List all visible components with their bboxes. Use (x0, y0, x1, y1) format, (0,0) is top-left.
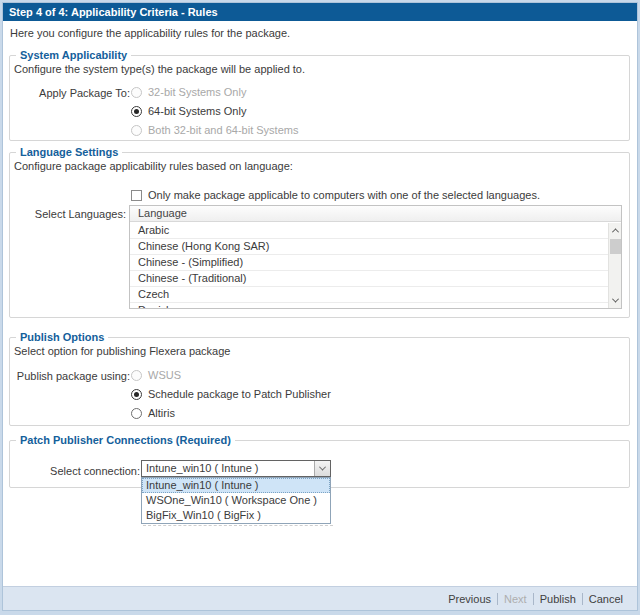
publish-options-legend: Publish Options (16, 331, 108, 344)
combobox-dropdown-button[interactable] (314, 461, 330, 476)
cancel-button[interactable]: Cancel (583, 593, 629, 605)
languages-listbox: Language Arabic Chinese (Hong Kong SAR) … (129, 205, 622, 309)
dialog-title-bar: Step 4 of 4: Applicability Criteria - Ru… (3, 3, 637, 21)
languages-scrollbar[interactable] (608, 223, 621, 308)
connection-combobox-value: Intune_win10 ( Intune ) (146, 461, 313, 476)
radio-patch-publisher[interactable] (131, 389, 142, 400)
previous-button[interactable]: Previous (442, 593, 497, 605)
radio-patch-publisher-row[interactable]: Schedule package to Patch Publisher (131, 388, 331, 400)
language-settings-legend: Language Settings (16, 146, 122, 159)
radio-both-row: Both 32-bit and 64-bit Systems (131, 124, 298, 136)
radio-wsus-label: WSUS (148, 369, 181, 381)
radio-altiris[interactable] (131, 408, 142, 419)
language-checkbox-row[interactable]: Only make package applicable to computer… (131, 189, 540, 201)
publish-options-group: Publish Options Select option for publis… (9, 337, 630, 426)
radio-64bit-row[interactable]: 64-bit Systems Only (131, 105, 298, 117)
language-row[interactable]: Chinese (Hong Kong SAR) (130, 239, 608, 255)
connection-combobox[interactable]: Intune_win10 ( Intune ) (141, 460, 331, 477)
publish-button[interactable]: Publish (534, 593, 582, 605)
system-applicability-legend: System Applicability (16, 49, 131, 62)
next-button: Next (498, 593, 533, 605)
radio-32bit-row: 32-bit Systems Only (131, 86, 298, 98)
language-column-header[interactable]: Language (130, 206, 621, 222)
system-applicability-description: Configure the system type(s) the package… (14, 63, 305, 75)
dropdown-shadow (143, 525, 333, 526)
scrollbar-thumb[interactable] (610, 239, 621, 254)
footer-bar: Previous Next Publish Cancel (3, 586, 637, 610)
dialog-title: Step 4 of 4: Applicability Criteria - Ru… (9, 6, 218, 18)
apply-package-to-radio-group: 32-bit Systems Only 64-bit Systems Only … (131, 86, 298, 136)
radio-altiris-label: Altiris (148, 407, 175, 419)
language-list: Arabic Chinese (Hong Kong SAR) Chinese -… (130, 223, 608, 308)
system-applicability-group: System Applicability Configure the syste… (9, 55, 630, 141)
connection-dropdown-list: Intune_win10 ( Intune ) WSOne_Win10 ( Wo… (141, 477, 331, 524)
radio-32bit-label: 32-bit Systems Only (148, 86, 246, 98)
radio-both (131, 125, 142, 136)
patch-publisher-legend: Patch Publisher Connections (Required) (16, 434, 235, 447)
chevron-up-icon (612, 228, 619, 235)
language-row[interactable]: Chinese - (Simplified) (130, 255, 608, 271)
only-selected-languages-label: Only make package applicable to computer… (148, 189, 540, 201)
scroll-up-button[interactable] (609, 224, 622, 237)
wizard-dialog-page: Step 4 of 4: Applicability Criteria - Ru… (0, 0, 640, 615)
scroll-down-button[interactable] (609, 294, 622, 307)
language-row[interactable]: Danish (130, 303, 608, 308)
intro-text: Here you configure the applicability rul… (10, 27, 290, 39)
dropdown-item-intune[interactable]: Intune_win10 ( Intune ) (142, 478, 330, 493)
apply-package-to-label: Apply Package To: (14, 87, 130, 99)
chevron-down-icon (319, 464, 326, 471)
publish-using-radio-group: WSUS Schedule package to Patch Publisher… (131, 369, 331, 419)
language-row[interactable]: Arabic (130, 223, 608, 239)
radio-64bit-label: 64-bit Systems Only (148, 105, 246, 117)
language-settings-group: Language Settings Configure package appl… (9, 152, 630, 318)
publish-options-description: Select option for publishing Flexera pac… (14, 345, 230, 357)
dropdown-item-bigfix[interactable]: BigFix_Win10 ( BigFix ) (142, 508, 330, 523)
language-settings-description: Configure package applicability rules ba… (14, 160, 293, 172)
publish-package-using-label: Publish package using: (14, 370, 130, 382)
radio-wsus-row: WSUS (131, 369, 331, 381)
select-languages-label: Select Languages: (14, 208, 126, 220)
chevron-down-icon (612, 296, 619, 303)
language-row[interactable]: Chinese - (Traditional) (130, 271, 608, 287)
select-connection-label: Select connection: (14, 465, 140, 477)
wizard-dialog: Step 4 of 4: Applicability Criteria - Ru… (2, 2, 638, 611)
only-selected-languages-checkbox[interactable] (131, 190, 142, 201)
radio-both-label: Both 32-bit and 64-bit Systems (148, 124, 298, 136)
radio-64bit[interactable] (131, 106, 142, 117)
radio-wsus (131, 370, 142, 381)
radio-patch-publisher-label: Schedule package to Patch Publisher (148, 388, 331, 400)
dropdown-item-wsone[interactable]: WSOne_Win10 ( Workspace One ) (142, 493, 330, 508)
radio-32bit (131, 87, 142, 98)
language-row[interactable]: Czech (130, 287, 608, 303)
radio-altiris-row[interactable]: Altiris (131, 407, 331, 419)
